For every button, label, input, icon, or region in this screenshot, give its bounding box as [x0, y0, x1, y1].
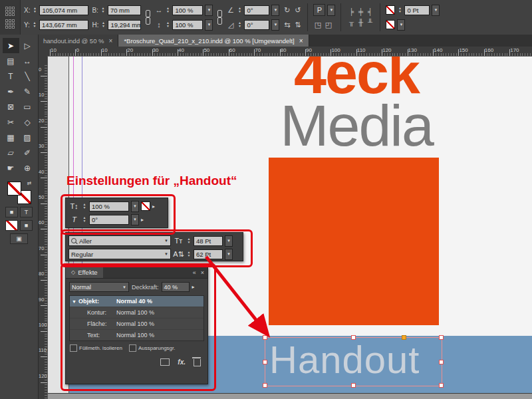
scale-x-field[interactable]: 100 %	[172, 5, 203, 15]
panel-flyout-icon[interactable]: ▸	[141, 217, 144, 223]
transform-misc-icon-2[interactable]: ◰	[324, 20, 332, 29]
effects-row[interactable]: ▼Objekt:Normal 40 %	[70, 296, 203, 307]
screen-mode-button[interactable]: ▣	[10, 233, 28, 244]
close-icon[interactable]: ×	[299, 37, 303, 45]
scale-y-field[interactable]: 100 %	[172, 20, 203, 30]
note-tool[interactable]: ▱	[3, 145, 19, 160]
fill-stroke-proxy[interactable]: ⇄	[7, 182, 31, 204]
rotation-dropdown[interactable]: ▼	[271, 5, 279, 16]
constrain-scale-chain-icon[interactable]	[216, 9, 223, 26]
effects-panel-tab[interactable]: ◇ Effekte	[66, 267, 103, 278]
leading-stepper[interactable]: ▲▼	[186, 251, 192, 257]
font-size-field[interactable]: 48 Pt	[194, 236, 223, 246]
rotate-ccw-button[interactable]: ↺	[293, 5, 302, 15]
font-size-dropdown[interactable]: ▼	[225, 235, 233, 247]
flip-vertical-button[interactable]: ⇅	[293, 20, 302, 29]
frame-handle-mid-right[interactable]	[439, 360, 444, 364]
tab-handout[interactable]: handout.indd @ 50 % ×	[38, 35, 118, 47]
fill-swatch[interactable]	[7, 182, 21, 196]
align-button-icon[interactable]: ╫	[356, 17, 365, 28]
frame-handle-top-left[interactable]	[263, 335, 267, 340]
scale-x-stepper[interactable]: ▲▼	[165, 7, 170, 13]
skew-stepper[interactable]: ▲▼	[82, 216, 87, 223]
gradient-swatch-tool[interactable]: ▦	[3, 130, 19, 145]
align-button-icon[interactable]: ╨	[365, 17, 374, 28]
apply-text-button[interactable]: T	[20, 207, 33, 217]
stroke-weight-dropdown[interactable]: ▼	[432, 5, 440, 16]
disclosure-triangle-icon[interactable]: ▼	[70, 299, 78, 304]
font-style-dropdown[interactable]: Regular ▼	[68, 249, 171, 259]
width-field[interactable]: 70 mm	[108, 5, 141, 15]
leading-dropdown[interactable]: ▼	[225, 249, 233, 260]
fx-button[interactable]: fx.	[178, 358, 186, 366]
isolate-blending-checkbox[interactable]: Füllmeth. isolieren	[70, 344, 122, 352]
scissors-tool[interactable]: ✂	[3, 114, 19, 130]
rotation-field[interactable]: 0°	[244, 5, 269, 15]
flip-horizontal-button[interactable]: ⇆	[283, 20, 291, 29]
close-icon[interactable]: ×	[109, 37, 113, 45]
hand-tool[interactable]: ☛	[3, 160, 19, 176]
align-button-icon[interactable]: ╪	[356, 7, 365, 17]
scale-x-dropdown[interactable]: ▼	[205, 5, 213, 16]
vertical-scale-field[interactable]: 100 %	[89, 201, 129, 211]
gap-tool[interactable]: ↔	[19, 53, 36, 68]
scale-y-stepper[interactable]: ▲▼	[165, 21, 170, 28]
frame-handle-top-center[interactable]	[351, 335, 356, 340]
height-field[interactable]: 19,294 mm	[108, 20, 141, 30]
opacity-flyout-icon[interactable]: ▸	[192, 284, 195, 290]
apply-none-button[interactable]	[5, 220, 18, 231]
scale-y-dropdown[interactable]: ▼	[205, 19, 213, 31]
delete-effect-icon[interactable]	[194, 359, 201, 366]
type-tool[interactable]: T	[3, 68, 19, 84]
apply-container-button[interactable]: ■	[5, 207, 18, 217]
stroke-weight-stepper[interactable]: ▲▼	[397, 7, 402, 13]
clear-effects-icon[interactable]	[160, 358, 170, 366]
stroke-none-swatch[interactable]	[386, 5, 395, 15]
horizontal-ruler[interactable]: 1001020304050607080901001101201301401501…	[47, 47, 532, 57]
frame-handle-mid-left[interactable]	[263, 360, 267, 364]
x-stepper[interactable]: ▲▼	[32, 7, 37, 13]
corner-options-handle[interactable]	[402, 335, 406, 340]
handout-text-frame[interactable]: Handout	[265, 337, 442, 386]
effects-row[interactable]: Fläche:Normal 100 %	[70, 318, 203, 329]
frame-handle-top-right[interactable]	[439, 335, 444, 340]
width-stepper[interactable]: ▲▼	[100, 7, 106, 13]
knockout-group-checkbox[interactable]: Aussparungsgr.	[129, 344, 176, 352]
opacity-field[interactable]: 40 %	[162, 282, 190, 292]
height-stepper[interactable]: ▲▼	[100, 21, 106, 28]
swap-fill-stroke-icon[interactable]: ⇄	[27, 180, 32, 186]
frame-handle-bottom-center[interactable]	[351, 383, 356, 388]
p-dropdown-caret[interactable]: ▼	[327, 5, 335, 16]
frame-handle-bottom-right[interactable]	[439, 383, 444, 388]
pen-tool[interactable]: ✒	[3, 84, 19, 99]
page-tool[interactable]: ▤	[3, 53, 19, 68]
gradient-feather-tool[interactable]: ▨	[19, 130, 36, 145]
none-swatch-icon[interactable]	[141, 201, 150, 211]
skew-dropdown[interactable]: ▼	[131, 214, 139, 225]
eyedropper-tool[interactable]: ✐	[19, 145, 36, 160]
shear-field[interactable]: 0°	[244, 20, 269, 30]
collapse-panel-icon[interactable]: «	[193, 269, 196, 276]
vertical-scale-stepper[interactable]: ▲▼	[82, 203, 87, 209]
font-size-stepper[interactable]: ▲▼	[186, 237, 192, 244]
line-tool[interactable]: ╲	[19, 68, 36, 84]
fill-dropdown[interactable]: ▼	[397, 19, 405, 31]
rotate-cw-button[interactable]: ↻	[283, 5, 291, 15]
blend-mode-dropdown[interactable]: Normal ▼	[69, 282, 129, 292]
fill-none-swatch[interactable]	[386, 20, 395, 29]
align-button-icon[interactable]: ╡	[365, 7, 374, 17]
apply-gradient-button[interactable]: ■	[20, 220, 33, 231]
effects-row[interactable]: Kontur:Normal 100 %	[70, 307, 203, 318]
zoom-tool[interactable]: ⊕	[19, 160, 36, 176]
leading-field[interactable]: 62 Pt	[194, 249, 223, 259]
pencil-tool[interactable]: ✎	[19, 84, 36, 99]
direct-selection-tool[interactable]: ▷	[19, 38, 36, 53]
transform-misc-icon-1[interactable]: ◳	[313, 20, 322, 29]
frame-tool[interactable]: ⊠	[3, 99, 19, 114]
secondary-grid-icon[interactable]	[5, 19, 15, 29]
selection-tool[interactable]: ➤	[3, 38, 19, 53]
rectangle-tool[interactable]: ▭	[19, 99, 36, 114]
ruler-corner[interactable]	[38, 47, 48, 57]
stroke-weight-field[interactable]: 0 Pt	[404, 5, 430, 15]
reference-point-proxy-icon[interactable]	[5, 7, 15, 16]
